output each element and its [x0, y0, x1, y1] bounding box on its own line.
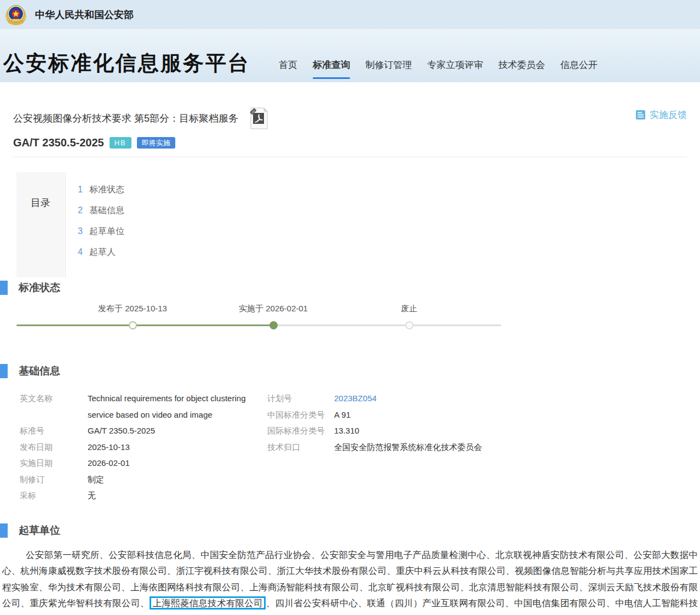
platform-banner: 公安标准化信息服务平台 首页 标准查询 制修订管理 专家立项评审 技术委员会 信…	[0, 29, 700, 82]
main-nav: 首页 标准查询 制修订管理 专家立项评审 技术委员会 信息公开	[279, 59, 598, 73]
info-label: 技术归口	[267, 439, 334, 455]
document-title: 公安视频图像分析技术要求 第5部分：目标聚档服务	[13, 112, 238, 125]
info-value: 全国安全防范报警系统标准化技术委员会	[334, 439, 482, 455]
nav-item-home[interactable]: 首页	[279, 59, 297, 71]
section-title: 标准状态	[19, 281, 60, 295]
standard-number: GA/T 2350.5-2025	[13, 136, 104, 149]
police-emblem-icon	[4, 3, 27, 26]
feedback-label: 实施反馈	[650, 109, 687, 121]
nav-item-info-disclosure[interactable]: 信息公开	[560, 59, 598, 71]
info-row-technical-committee: 技术归口 全国安全防范报警系统标准化技术委员会	[267, 439, 687, 455]
implementation-feedback-link[interactable]: 实施反馈	[635, 109, 687, 121]
info-value: 2026-02-01	[88, 455, 261, 471]
toc-item-basic-info[interactable]: 2 基础信息	[78, 205, 124, 217]
info-row-publish-date: 发布日期 2025-10-13	[20, 439, 267, 455]
toc-label: 起草单位	[89, 226, 124, 237]
ministry-name: 中华人民共和国公安部	[35, 8, 134, 21]
section-title: 基础信息	[19, 364, 60, 378]
toc-label: 基础信息	[89, 205, 124, 217]
ministry-topbar: 中华人民共和国公安部	[0, 0, 700, 29]
table-of-contents: 目录 1 标准状态 2 基础信息 3 起草单位 4 起草人	[16, 172, 700, 277]
badge-hb: HB	[110, 137, 131, 149]
timeline-label-implemented: 实施于 2026-02-01	[213, 304, 334, 314]
section-basic-info: 基础信息	[0, 364, 700, 378]
info-label: 中国标准分类号	[267, 407, 334, 423]
info-value: 制定	[88, 471, 261, 488]
toc-number: 2	[78, 206, 83, 215]
pdf-file-icon[interactable]: PDF	[249, 107, 268, 129]
info-value: A 91	[334, 407, 351, 423]
basic-info-left-column: 英文名称 Technical requirements for object c…	[20, 390, 267, 504]
info-label: 实施日期	[20, 455, 88, 471]
section-marker	[0, 523, 8, 538]
info-value: 13.310	[334, 423, 359, 439]
timeline-dot-published	[129, 321, 137, 329]
timeline-dot-abolished	[405, 321, 414, 329]
plan-number-link[interactable]: 2023BZ054	[334, 390, 377, 407]
badge-upcoming-implementation: 即将实施	[137, 137, 175, 149]
section-drafting-units: 起草单位	[0, 523, 700, 538]
section-marker	[0, 281, 8, 295]
info-label: 计划号	[267, 390, 334, 407]
toc-label: 标准状态	[89, 184, 124, 196]
info-label: 标准号	[20, 423, 88, 439]
info-row-international-classification: 国际标准分类号 13.310	[267, 423, 687, 439]
info-label: 制修订	[20, 471, 88, 488]
info-row-english-name: 英文名称 Technical requirements for object c…	[20, 390, 267, 423]
info-label: 国际标准分类号	[267, 423, 334, 439]
info-value: GA/T 2350.5-2025	[88, 423, 261, 439]
toc-item-drafting-units[interactable]: 3 起草单位	[78, 226, 124, 238]
highlighted-company: 上海熙菱信息技术有限公司	[150, 596, 265, 610]
info-row-plan-number: 计划号 2023BZ054	[267, 390, 687, 407]
info-value: 无	[88, 487, 261, 504]
info-value: 2025-10-13	[88, 439, 261, 455]
timeline-line-active	[16, 324, 273, 326]
toc-number: 1	[78, 185, 83, 195]
timeline-label-published: 发布于 2025-10-13	[72, 304, 193, 314]
section-marker	[0, 364, 8, 378]
info-row-adoption: 采标 无	[20, 487, 267, 504]
feedback-form-icon	[635, 110, 646, 120]
info-label: 英文名称	[20, 390, 88, 423]
nav-item-technical-committee[interactable]: 技术委员会	[498, 59, 545, 71]
timeline-line-future	[273, 324, 501, 326]
nav-item-expert-review[interactable]: 专家立项评审	[427, 59, 483, 71]
toc-item-drafters[interactable]: 4 起草人	[78, 247, 124, 259]
info-row-revision-type: 制修订 制定	[20, 471, 267, 488]
section-title: 起草单位	[19, 523, 60, 538]
section-standard-status: 标准状态	[0, 281, 700, 295]
timeline-dot-implemented	[269, 321, 278, 329]
toc-number: 3	[78, 226, 83, 236]
info-label: 发布日期	[20, 439, 88, 455]
basic-info-right-column: 计划号 2023BZ054 中国标准分类号 A 91 国际标准分类号 13.31…	[267, 390, 687, 504]
basic-info-grid: 英文名称 Technical requirements for object c…	[20, 390, 687, 504]
toc-number: 4	[78, 247, 83, 257]
toc-label: 起草人	[89, 247, 116, 258]
info-row-standard-no: 标准号 GA/T 2350.5-2025	[20, 423, 267, 439]
header-divider	[13, 157, 687, 157]
drafting-units-paragraph: 公安部第一研究所、公安部科技信息化局、中国安全防范产品行业协会、公安部安全与警用…	[2, 547, 698, 615]
platform-title: 公安标准化信息服务平台	[3, 53, 250, 73]
nav-item-standard-query[interactable]: 标准查询	[313, 59, 350, 71]
info-row-china-classification: 中国标准分类号 A 91	[267, 407, 687, 423]
status-timeline: 发布于 2025-10-13 实施于 2026-02-01 废止	[0, 295, 700, 356]
info-label: 采标	[20, 487, 88, 504]
document-header: 公安视频图像分析技术要求 第5部分：目标聚档服务 PDF 实施反馈 GA/T 2…	[13, 107, 687, 149]
info-row-implement-date: 实施日期 2026-02-01	[20, 455, 267, 471]
timeline-label-abolished: 废止	[349, 304, 469, 314]
toc-item-standard-status[interactable]: 1 标准状态	[78, 184, 124, 196]
toc-title: 目录	[16, 172, 65, 277]
nav-item-revision-management[interactable]: 制修订管理	[365, 59, 412, 71]
info-value: Technical requirements for object cluste…	[88, 390, 261, 423]
toc-list: 1 标准状态 2 基础信息 3 起草单位 4 起草人	[65, 172, 124, 277]
